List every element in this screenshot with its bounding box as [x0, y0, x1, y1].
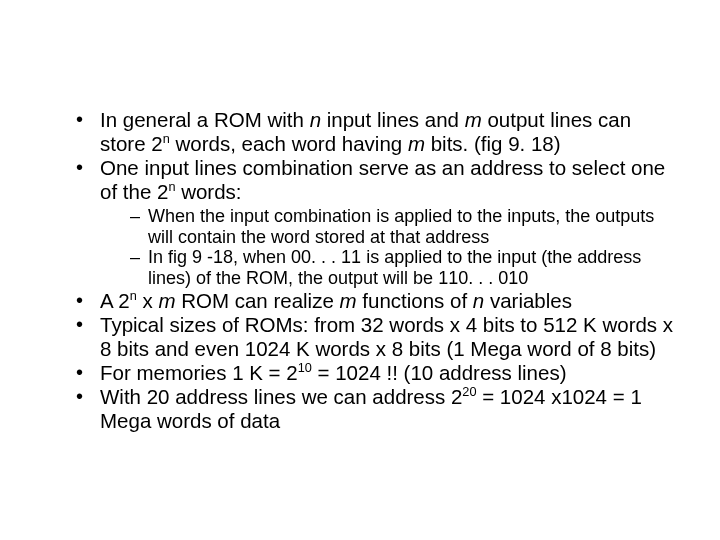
- text: In fig 9 -18, when 00. . . 11 is applied…: [148, 247, 641, 288]
- list-item: A 2n x m ROM can realize m functions of …: [76, 289, 680, 313]
- list-item: In general a ROM with n input lines and …: [76, 108, 680, 156]
- var-m: m: [465, 108, 482, 131]
- slide-body: In general a ROM with n input lines and …: [0, 0, 720, 540]
- text: With 20 address lines we can address 2: [100, 385, 462, 408]
- text: In general a ROM with: [100, 108, 310, 131]
- text: Typical sizes of ROMs: from 32 words x 4…: [100, 313, 673, 360]
- list-item: Typical sizes of ROMs: from 32 words x 4…: [76, 313, 680, 361]
- var-m: m: [340, 289, 357, 312]
- exponent: 10: [298, 360, 312, 375]
- exponent: n: [130, 288, 137, 303]
- text: bits. (fig 9. 18): [425, 132, 561, 155]
- bullet-list: In general a ROM with n input lines and …: [40, 108, 680, 433]
- text: functions of: [357, 289, 473, 312]
- text: words, each word having: [170, 132, 408, 155]
- text: A 2: [100, 289, 130, 312]
- text: ROM can realize: [175, 289, 339, 312]
- text: For memories 1 K = 2: [100, 361, 298, 384]
- text: x: [137, 289, 159, 312]
- list-item: With 20 address lines we can address 220…: [76, 385, 680, 433]
- var-m: m: [408, 132, 425, 155]
- exponent: 20: [462, 384, 476, 399]
- text: When the input combination is applied to…: [148, 206, 654, 247]
- var-n: n: [473, 289, 484, 312]
- exponent: n: [163, 131, 170, 146]
- list-item: When the input combination is applied to…: [130, 206, 680, 247]
- list-item: For memories 1 K = 210 = 1024 !! (10 add…: [76, 361, 680, 385]
- var-n: n: [310, 108, 321, 131]
- list-item: One input lines combination serve as an …: [76, 156, 680, 289]
- text: variables: [484, 289, 572, 312]
- text: words:: [175, 180, 241, 203]
- text: = 1024 !! (10 address lines): [312, 361, 567, 384]
- sub-bullet-list: When the input combination is applied to…: [100, 206, 680, 289]
- list-item: In fig 9 -18, when 00. . . 11 is applied…: [130, 247, 680, 288]
- var-m: m: [158, 289, 175, 312]
- text: input lines and: [321, 108, 465, 131]
